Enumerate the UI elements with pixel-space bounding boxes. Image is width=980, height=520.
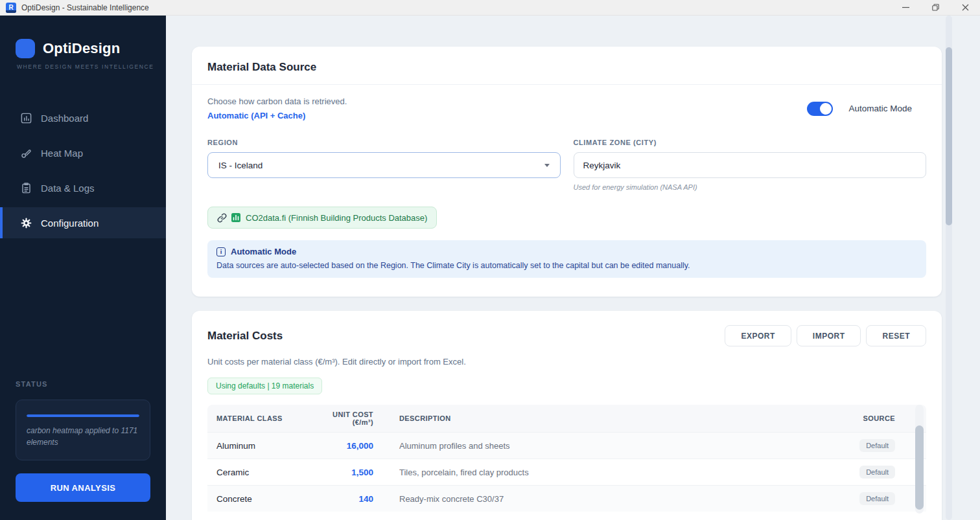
status-card: carbon heatmap applied to 1171 elements [16, 400, 150, 460]
sidebar: OptiDesign WHERE DESIGN MEETS INTELLIGEN… [0, 16, 166, 520]
minimize-button[interactable] [891, 0, 920, 15]
gear-icon [19, 216, 32, 229]
info-body: Data sources are auto-selected based on … [216, 261, 917, 270]
card-title: Material Costs [207, 330, 283, 343]
reset-button[interactable]: RESET [866, 325, 926, 346]
table-row: Concrete 140 Ready-mix concrete C30/37 D… [207, 486, 926, 512]
description-cell: Ready-mix concrete C30/37 [382, 486, 842, 512]
main-scrollbar-thumb[interactable] [946, 47, 952, 225]
col-source: SOURCE [842, 405, 926, 433]
climate-city-input[interactable] [574, 152, 927, 178]
material-costs-table: MATERIAL CLASS UNIT COST (€/m³) DESCRIPT… [207, 405, 926, 520]
cost-cell[interactable]: 140 [311, 486, 382, 512]
sidebar-item-label: Configuration [41, 218, 99, 229]
sidebar-item-label: Data & Logs [41, 183, 95, 194]
material-costs-card: Material Costs EXPORT IMPORT RESET Unit … [192, 311, 942, 520]
status-heading: STATUS [16, 380, 150, 388]
table-header-row: MATERIAL CLASS UNIT COST (€/m³) DESCRIPT… [207, 405, 926, 433]
close-button[interactable] [950, 0, 980, 15]
data-source-badge[interactable]: CO2data.fi (Finnish Building Products Da… [207, 207, 437, 229]
export-button[interactable]: EXPORT [725, 325, 791, 346]
col-unit-cost: UNIT COST (€/m³) [311, 405, 382, 433]
defaults-badge: Using defaults | 19 materials [207, 378, 322, 394]
sidebar-item-data-logs[interactable]: Data & Logs [0, 172, 166, 203]
run-analysis-button[interactable]: RUN ANALYSIS [16, 473, 150, 502]
automatic-mode-toggle[interactable] [807, 102, 833, 116]
app-icon: R [6, 3, 16, 13]
optidesign-logo-icon [16, 39, 35, 58]
window-title: OptiDesign - Sustainable Intelligence [21, 3, 149, 12]
sidebar-item-label: Dashboard [41, 113, 88, 124]
table-row: Ceramic 1,500 Tiles, porcelain, fired cl… [207, 459, 926, 486]
logo-text: OptiDesign [43, 40, 120, 57]
chevron-down-icon [544, 164, 550, 167]
card-title: Material Data Source [207, 61, 926, 74]
climate-zone-label: CLIMATE ZONE (CITY) [574, 139, 927, 146]
toggle-label: Automatic Mode [848, 104, 912, 113]
status-message: carbon heatmap applied to 1171 elements [27, 425, 139, 448]
source-badge: Default [859, 492, 895, 505]
progress-bar [27, 414, 139, 417]
maximize-restore-button[interactable] [920, 0, 950, 15]
logo-tagline: WHERE DESIGN MEETS INTELLIGENCE [0, 62, 166, 70]
description-cell: Tiles, porcelain, fired clay products [382, 459, 842, 486]
material-data-source-card: Material Data Source Choose how carbon d… [192, 47, 942, 297]
link-icon [217, 213, 227, 223]
sidebar-nav: Dashboard Heat Map Data & Logs [0, 102, 166, 242]
thermometer-icon [19, 146, 32, 159]
region-select[interactable]: IS - Iceland [207, 152, 561, 178]
toggle-knob [820, 103, 832, 115]
mode-link[interactable]: Automatic (API + Cache) [207, 111, 347, 120]
window-titlebar: R OptiDesign - Sustainable Intelligence [0, 0, 980, 16]
sidebar-item-heat-map[interactable]: Heat Map [0, 137, 166, 168]
automatic-mode-info-box: i Automatic Mode Data sources are auto-s… [207, 240, 926, 278]
region-value: IS - Iceland [218, 161, 262, 170]
data-source-badge-text: CO2data.fi (Finnish Building Products Da… [246, 213, 427, 223]
table-row: Aluminum 16,000 Aluminum profiles and sh… [207, 433, 926, 459]
main-content: Material Data Source Choose how carbon d… [166, 16, 980, 520]
sidebar-item-configuration[interactable]: Configuration [0, 207, 166, 238]
material-cell: Aluminum [207, 433, 311, 459]
info-title: Automatic Mode [231, 247, 296, 256]
cost-cell[interactable]: 1,500 [311, 459, 382, 486]
divider [192, 84, 942, 85]
bar-chart-icon [19, 111, 32, 124]
col-description: DESCRIPTION [382, 405, 842, 433]
material-cell: Concrete [207, 486, 311, 512]
description-cell: Aluminum profiles and sheets [382, 433, 842, 459]
sidebar-item-dashboard[interactable]: Dashboard [0, 102, 166, 133]
info-icon: i [216, 247, 226, 256]
region-label: REGION [207, 139, 561, 146]
sidebar-item-label: Heat Map [41, 148, 83, 159]
table-scrollbar-thumb[interactable] [915, 425, 924, 510]
clipboard-icon [19, 181, 32, 194]
col-material-class: MATERIAL CLASS [207, 405, 311, 433]
cost-cell[interactable]: 16,000 [311, 433, 382, 459]
source-badge: Default [859, 466, 895, 479]
data-source-subtitle: Choose how carbon data is retrieved. [207, 96, 347, 106]
material-cell: Ceramic [207, 459, 311, 486]
database-chart-icon [231, 213, 240, 222]
import-button[interactable]: IMPORT [797, 325, 861, 346]
costs-subtitle: Unit costs per material class (€/m³). Ed… [207, 357, 926, 367]
climate-helper-text: Used for energy simulation (NASA API) [574, 183, 927, 191]
source-badge: Default [859, 439, 895, 452]
